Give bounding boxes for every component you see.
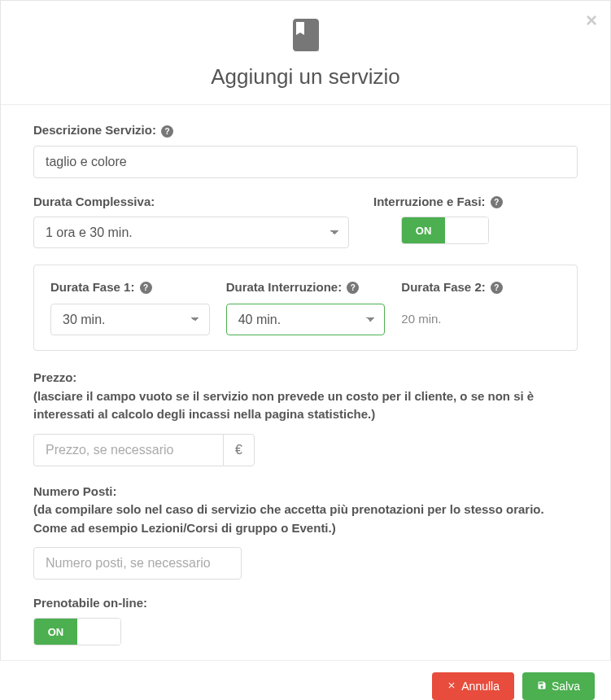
save-icon xyxy=(537,680,547,693)
modal-footer: Annulla Salva xyxy=(0,660,611,700)
modal-header: Aggiungi un servizio xyxy=(1,1,610,105)
description-label: Descrizione Servizio: ? xyxy=(33,123,578,138)
seats-input[interactable] xyxy=(33,547,242,580)
currency-addon: € xyxy=(223,434,255,466)
price-input[interactable] xyxy=(33,434,223,466)
cancel-button[interactable]: Annulla xyxy=(432,672,514,700)
description-input[interactable] xyxy=(33,146,578,178)
phase2-label: Durata Fase 2: ? xyxy=(401,280,561,295)
help-icon[interactable]: ? xyxy=(161,125,173,138)
help-icon[interactable]: ? xyxy=(347,282,359,294)
interruption-duration-select[interactable]: 40 min. xyxy=(226,304,386,335)
interruption-label: Interruzione e Fasi: ? xyxy=(373,195,578,209)
interruption-duration-label: Durata Interruzione: ? xyxy=(226,280,386,295)
duration-row: Durata Complessiva: 1 ora e 30 min. Inte… xyxy=(33,195,578,265)
bookable-group: Prenotabile on-line: ON xyxy=(33,596,578,645)
modal-body: Descrizione Servizio: ? Durata Complessi… xyxy=(1,105,610,670)
bookable-label: Prenotabile on-line: xyxy=(33,596,578,610)
interruption-group: Interruzione e Fasi: ? ON xyxy=(373,195,578,248)
phase1-select[interactable]: 30 min. xyxy=(50,304,210,335)
book-icon xyxy=(286,15,325,58)
close-icon xyxy=(447,680,456,693)
interruption-toggle[interactable]: ON xyxy=(401,217,489,244)
description-group: Descrizione Servizio: ? xyxy=(33,123,578,178)
toggle-handle xyxy=(77,619,120,645)
toggle-on-label: ON xyxy=(34,619,77,645)
bookable-toggle[interactable]: ON xyxy=(33,618,121,645)
close-button[interactable]: × xyxy=(586,11,597,30)
phase1-label: Durata Fase 1: ? xyxy=(50,280,210,295)
phases-box: Durata Fase 1: ? 30 min. Durata Interruz… xyxy=(33,265,578,352)
modal-title: Aggiungi un servizio xyxy=(17,64,594,90)
help-icon[interactable]: ? xyxy=(491,196,503,208)
toggle-handle xyxy=(445,217,488,243)
price-group: Prezzo: (lasciare il campo vuoto se il s… xyxy=(33,369,578,466)
toggle-on-label: ON xyxy=(402,217,445,243)
price-label: Prezzo: (lasciare il campo vuoto se il s… xyxy=(33,369,578,424)
phase2-value: 20 min. xyxy=(401,304,561,326)
save-button[interactable]: Salva xyxy=(522,672,595,700)
help-icon[interactable]: ? xyxy=(140,282,152,294)
duration-select[interactable]: 1 ora e 30 min. xyxy=(33,217,349,248)
phase2-group: Durata Fase 2: ? 20 min. xyxy=(401,280,561,336)
seats-label: Numero Posti: (da compilare solo nel cas… xyxy=(33,483,578,538)
price-input-group: € xyxy=(33,434,255,466)
help-icon[interactable]: ? xyxy=(491,282,503,294)
duration-label: Durata Complessiva: xyxy=(33,195,349,208)
seats-group: Numero Posti: (da compilare solo nel cas… xyxy=(33,483,578,580)
phase1-group: Durata Fase 1: ? 30 min. xyxy=(50,280,210,336)
interruption-duration-group: Durata Interruzione: ? 40 min. xyxy=(226,280,386,336)
duration-group: Durata Complessiva: 1 ora e 30 min. xyxy=(33,195,349,248)
add-service-modal: × Aggiungi un servizio Descrizione Servi… xyxy=(0,0,611,671)
